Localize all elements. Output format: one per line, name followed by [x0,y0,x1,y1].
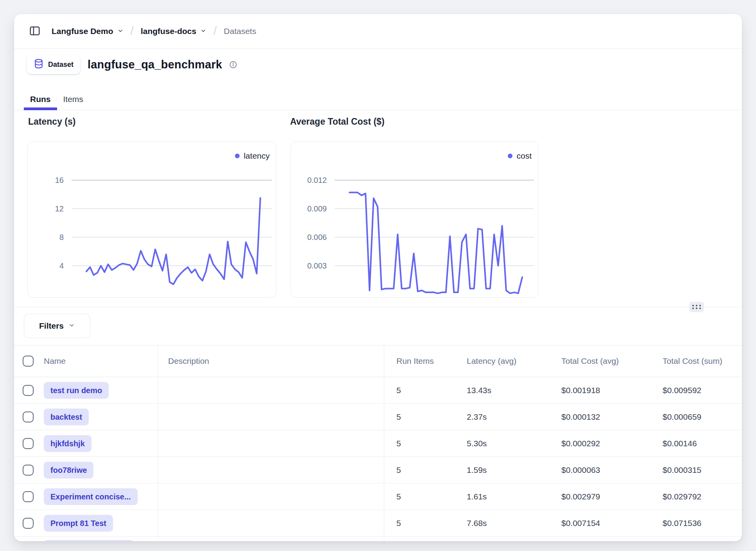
svg-text:16: 16 [55,176,64,184]
row-checkbox[interactable] [23,465,34,476]
dataset-type-badge: Dataset [27,55,81,74]
cell-total-cost-avg: $0.007154 [561,519,600,528]
cell-total-cost-avg: $0.000132 [561,412,600,422]
cell-total-cost-sum: $0.071536 [663,519,701,528]
cost-chart-title: Average Total Cost ($) [290,116,385,127]
tab-runs-label: Runs [30,95,51,104]
run-name-badge[interactable]: backtest [44,408,89,425]
table-row[interactable]: backtest 5 2.37s $0.000132 $0.000659 [14,404,742,430]
svg-text:12: 12 [55,204,64,213]
chevron-down-icon [200,27,206,36]
column-header-name: Name [44,356,66,366]
row-checkbox[interactable] [23,438,34,449]
column-header-latency-avg: Latency (avg) [467,356,516,366]
top-navigation: Langfuse Demo / langfuse-docs / Datasets [14,14,742,49]
cell-total-cost-sum: $0.00146 [663,439,697,448]
panel-resize-handle[interactable] [689,302,704,312]
breadcrumb: Langfuse Demo / langfuse-docs / Datasets [52,25,256,38]
cost-chart: cost 0.0120.0090.0060.003 [290,141,538,298]
sidebar-toggle-button[interactable] [29,25,41,38]
run-name-badge[interactable]: Prompt 81 Test [44,515,113,531]
table-row[interactable]: foo78riwe 5 1.59s $0.000063 $0.000315 [14,457,742,483]
breadcrumb-project[interactable]: langfuse-docs [141,27,206,36]
breadcrumb-separator: / [131,24,134,38]
column-header-description: Description [168,356,209,366]
dataset-info-icon[interactable] [229,61,237,69]
cell-latency-avg: 2.37s [467,412,487,422]
dataset-title-row: Dataset langfuse_qa_benchmark [27,54,237,75]
cell-total-cost-avg: $0.000063 [561,465,600,475]
cell-run-items: 5 [396,386,401,395]
filters-label: Filters [39,321,64,331]
run-name-badge[interactable]: Experiment concise... [44,488,138,505]
chevron-down-icon [68,321,75,331]
cell-total-cost-avg: $0.000292 [561,439,600,448]
chevron-down-icon [117,27,124,36]
row-checkbox[interactable] [23,491,34,502]
svg-text:0.009: 0.009 [307,204,327,213]
row-checkbox[interactable] [23,411,34,422]
svg-text:8: 8 [59,233,64,242]
column-header-total-cost-sum: Total Cost (sum) [663,356,722,366]
active-tab-indicator [24,107,57,110]
column-header-run-items: Run Items [396,356,434,366]
latency-chart-title: Latency (s) [28,116,75,127]
breadcrumb-separator: / [213,24,217,38]
database-icon [34,59,44,71]
svg-text:0.003: 0.003 [307,261,327,270]
tab-runs[interactable]: Runs [24,89,57,110]
chart-canvas: 161284 [28,142,276,297]
cell-run-items: 5 [396,465,401,475]
run-name-badge[interactable] [44,540,134,541]
runs-table: Name Description Run Items Latency (avg)… [14,345,742,541]
tabs: Runs Items [14,89,742,110]
table-row[interactable]: hjkfdshjk 5 5.30s $0.000292 $0.00146 [14,430,742,457]
breadcrumb-section-datasets[interactable]: Datasets [224,27,256,36]
cell-total-cost-sum: $0.009592 [663,386,701,395]
cell-total-cost-sum: $0.000659 [663,412,701,422]
chart-canvas: 0.0120.0090.0060.003 [291,142,538,297]
cell-latency-avg: 1.59s [467,465,487,475]
cell-run-items: 5 [396,519,401,528]
svg-text:4: 4 [59,261,64,270]
breadcrumb-org-label: Langfuse Demo [52,27,113,36]
page-title: langfuse_qa_benchmark [88,58,222,71]
run-name-badge[interactable]: foo78riwe [44,462,93,478]
table-header: Name Description Run Items Latency (avg)… [14,345,742,377]
cell-run-items: 5 [396,492,401,501]
svg-text:0.006: 0.006 [307,233,327,242]
cell-run-items: 5 [396,412,401,422]
tab-items-label: Items [63,95,83,104]
cell-total-cost-avg: $0.001918 [561,386,600,395]
panel-left-icon [29,25,41,38]
latency-chart: latency 161284 [27,141,276,298]
app-window: Langfuse Demo / langfuse-docs / Datasets [14,14,742,541]
table-row[interactable]: Prompt 81 Test 5 7.68s $0.007154 $0.0715… [14,510,742,537]
cell-total-cost-sum: $0.000315 [663,465,701,475]
tab-items[interactable]: Items [57,89,90,110]
cell-latency-avg: 5.30s [467,439,487,448]
run-name-badge[interactable]: test run demo [44,382,109,399]
row-checkbox[interactable] [23,385,34,396]
cell-latency-avg: 1.61s [467,492,487,501]
filters-button[interactable]: Filters [24,314,90,338]
table-body: test run demo 5 13.43s $0.001918 $0.0095… [14,377,742,541]
breadcrumb-project-label: langfuse-docs [141,27,196,36]
dataset-badge-label: Dataset [48,61,73,69]
svg-text:0.012: 0.012 [307,176,327,184]
table-row-partial [14,537,742,541]
table-row[interactable]: Experiment concise... 5 1.61s $0.002979 … [14,483,742,510]
cell-latency-avg: 7.68s [467,519,487,528]
cell-total-cost-sum: $0.029792 [663,492,701,501]
cell-run-items: 5 [396,439,401,448]
table-row[interactable]: test run demo 5 13.43s $0.001918 $0.0095… [14,377,742,404]
breadcrumb-org[interactable]: Langfuse Demo [52,27,124,36]
column-header-total-cost-avg: Total Cost (avg) [561,356,619,366]
section-divider [14,307,742,307]
cell-total-cost-avg: $0.002979 [561,492,600,501]
cell-latency-avg: 13.43s [467,386,491,395]
select-all-checkbox[interactable] [23,356,34,367]
run-name-badge[interactable]: hjkfdshjk [44,435,91,452]
row-checkbox[interactable] [23,518,34,529]
